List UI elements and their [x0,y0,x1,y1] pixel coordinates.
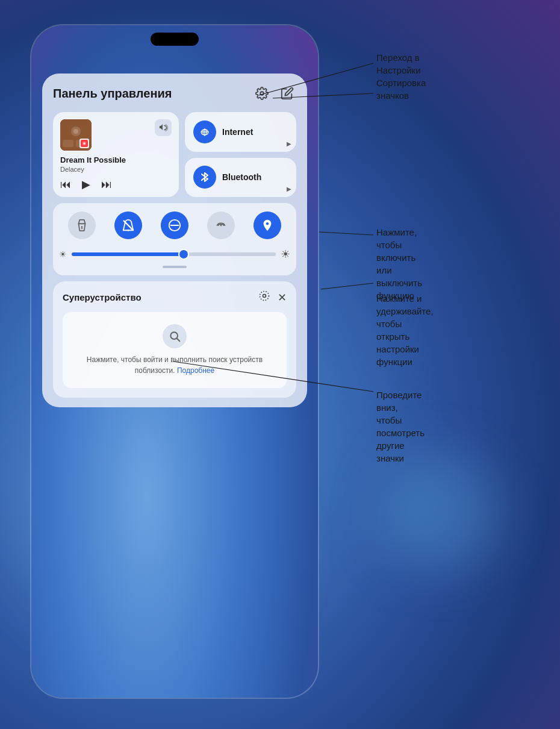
edit-button[interactable] [278,84,296,102]
quick-toggles-stack: Internet ▶ Bluetooth ▶ [185,112,296,197]
panel-title: Панель управления [53,87,172,101]
superdevice-card: Суперустройство ✕ [53,281,296,398]
album-art [60,119,92,151]
bg-blur-spot-3 [379,452,500,572]
annotation-settings: Переход в Настройки [376,51,421,77]
annotation-toggle-hint: Нажмите, чтобы включить или выключить фу… [376,226,422,302]
sound-output-icon[interactable] [155,119,172,136]
top-row: Dream It Possible Delacey ⏮ ▶ ⏭ [53,112,296,197]
middle-section: ☀ ☀ [53,203,296,275]
panel-header: Панель управления [53,84,296,102]
brightness-row: ☀ ☀ [59,248,290,261]
slider-thumb[interactable] [178,249,189,260]
search-icon [163,324,187,348]
toggles-row [59,211,290,239]
svg-rect-5 [63,140,73,147]
brightness-high-icon: ☀ [281,248,290,261]
internet-icon [193,120,216,143]
svg-line-20 [177,339,180,342]
svg-point-0 [260,92,264,95]
song-title: Dream It Possible [60,155,172,164]
svg-point-4 [73,129,78,134]
bluetooth-chevron: ▶ [287,186,291,192]
play-button[interactable]: ▶ [82,178,90,191]
internet-label: Internet [222,127,253,137]
settings-button[interactable] [253,84,271,102]
no-disturb-toggle[interactable] [161,211,188,239]
brightness-low-icon: ☀ [59,249,67,259]
superdevice-search-area[interactable]: Нажмите, чтобы войти и выполнить поиск у… [63,312,287,388]
svg-point-9 [84,143,86,145]
music-app-icon [79,139,89,148]
svg-point-16 [220,225,222,227]
brightness-slider[interactable] [72,252,276,256]
phone-inner: Панель управления [31,25,318,698]
annotation-swipe-hint: Проведите вниз, чтобы посмотреть другие … [376,389,425,465]
bluetooth-toggle[interactable]: Bluetooth ▶ [185,158,296,198]
location-toggle[interactable] [254,211,281,239]
swipe-indicator [163,266,187,268]
mute-toggle[interactable] [114,211,142,239]
svg-point-17 [263,295,266,298]
next-button[interactable]: ⏭ [101,178,112,191]
bluetooth-icon [193,166,216,189]
superdevice-header: Суперустройство ✕ [63,290,287,305]
superdevice-title: Суперустройство [63,292,142,302]
superdevice-close-icon[interactable]: ✕ [278,291,287,304]
superdevice-settings-icon[interactable] [258,290,270,305]
nfc-toggle[interactable] [207,211,235,239]
slider-fill [72,252,184,256]
music-top [60,119,172,151]
music-card[interactable]: Dream It Possible Delacey ⏮ ▶ ⏭ [53,112,179,197]
panel-header-icons [253,84,296,102]
internet-toggle[interactable]: Internet ▶ [185,112,296,152]
superdevice-description: Нажмите, чтобы войти и выполнить поиск у… [72,354,277,376]
superdevice-header-icons: ✕ [258,290,287,305]
annotation-hold-hint: Нажмите и удерживайте, чтобы открыть нас… [376,292,434,368]
annotation-sort: Сортировка значков [376,77,426,102]
control-panel: Панель управления [42,74,307,407]
internet-chevron: ▶ [287,140,291,147]
music-controls: ⏮ ▶ ⏭ [60,178,172,191]
flashlight-toggle[interactable] [68,211,96,239]
superdevice-link[interactable]: Подробнее [177,366,214,375]
phone-frame: Панель управления [30,24,319,699]
bluetooth-label: Bluetooth [222,172,261,182]
svg-point-14 [128,230,129,231]
prev-button[interactable]: ⏮ [60,178,71,191]
svg-point-18 [260,292,269,301]
song-artist: Delacey [60,166,172,173]
camera-notch [151,33,199,46]
